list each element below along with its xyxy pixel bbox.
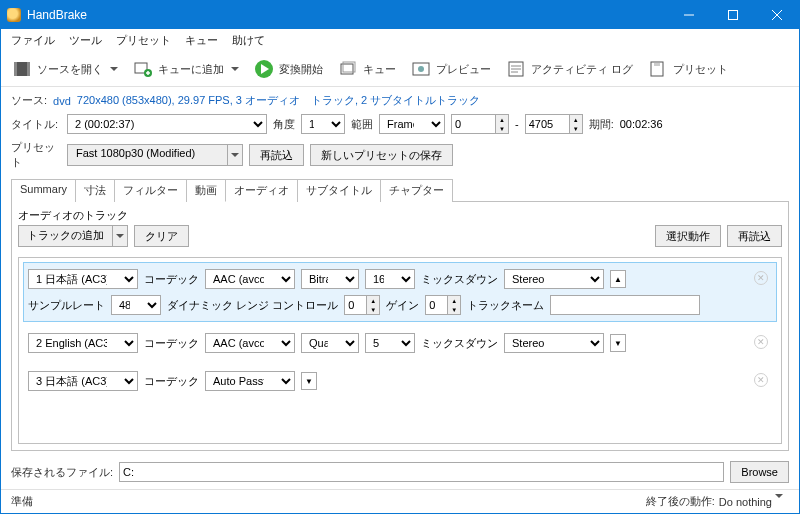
browse-button[interactable]: Browse: [730, 461, 789, 483]
track-samplerate-select[interactable]: 48: [111, 295, 161, 315]
menubar: ファイル ツール プリセット キュー 助けて: [1, 29, 799, 52]
preview-button[interactable]: プレビュー: [406, 56, 495, 82]
tab-summary[interactable]: Summary: [11, 179, 76, 202]
preset-picker[interactable]: Fast 1080p30 (Modified): [67, 144, 243, 166]
activity-log-button[interactable]: アクティビティ ログ: [501, 56, 637, 82]
queue-button[interactable]: キュー: [333, 56, 400, 82]
spin-down[interactable]: ▼: [570, 124, 582, 133]
track-drc-input[interactable]: ▲▼: [344, 295, 380, 315]
track-name-input[interactable]: [550, 295, 700, 315]
mixdown-label: ミックスダウン: [421, 336, 498, 351]
film-icon: [11, 58, 33, 80]
menu-presets[interactable]: プリセット: [110, 31, 177, 50]
track-codec-select[interactable]: AAC (avcodec): [205, 333, 295, 353]
track-row[interactable]: ✕ 1 日本語 (AC3) (2.0 ch コーデック AAC (avcodec…: [23, 262, 777, 322]
menu-file[interactable]: ファイル: [5, 31, 61, 50]
expand-icon[interactable]: ▼: [301, 372, 317, 390]
preset-icon: [647, 58, 669, 80]
when-done-dropdown[interactable]: Do nothing: [719, 496, 789, 508]
add-queue-button[interactable]: キューに追加: [128, 56, 243, 82]
remove-track-icon[interactable]: ✕: [754, 373, 768, 387]
add-queue-label: キューに追加: [158, 62, 224, 77]
track-mixdown-select[interactable]: Stereo: [504, 269, 604, 289]
track-quality-select[interactable]: 5: [365, 333, 415, 353]
remove-track-icon[interactable]: ✕: [754, 271, 768, 285]
title-label: タイトル:: [11, 117, 61, 132]
track-source-select[interactable]: 1 日本語 (AC3) (2.0 ch: [28, 269, 138, 289]
range-type-select[interactable]: Frames: [379, 114, 445, 134]
track-source-select[interactable]: 2 English (AC3) (2.0 c: [28, 333, 138, 353]
add-queue-icon: [132, 58, 154, 80]
spin-down[interactable]: ▼: [496, 124, 508, 133]
tabs: Summary 寸法 フィルター 動画 オーディオ サブタイトル チャプター: [11, 178, 789, 202]
preset-pane-button[interactable]: プリセット: [643, 56, 732, 82]
angle-select[interactable]: 1: [301, 114, 345, 134]
content: ソース: dvd 720x480 (853x480), 29.97 FPS, 3…: [1, 87, 799, 455]
start-encode-label: 変換開始: [279, 62, 323, 77]
titlebar: HandBrake: [1, 1, 799, 29]
spin-up[interactable]: ▲: [496, 115, 508, 124]
title-select[interactable]: 2 (00:02:37): [67, 114, 267, 134]
duration-value: 00:02:36: [620, 118, 663, 130]
track-list: ✕ 1 日本語 (AC3) (2.0 ch コーデック AAC (avcodec…: [18, 257, 782, 444]
activity-log-label: アクティビティ ログ: [531, 62, 633, 77]
menu-tools[interactable]: ツール: [63, 31, 108, 50]
app-icon: [7, 8, 21, 22]
preset-save-new-button[interactable]: 新しいプリセットの保存: [310, 144, 453, 166]
tab-subtitles[interactable]: サブタイトル: [297, 179, 381, 202]
close-button[interactable]: [755, 1, 799, 29]
track-codec-select[interactable]: AAC (avcodec): [205, 269, 295, 289]
audio-tracks-label: オーディオのトラック: [18, 208, 782, 223]
selection-behavior-button[interactable]: 選択動作: [655, 225, 721, 247]
tab-chapters[interactable]: チャプター: [380, 179, 453, 202]
open-source-button[interactable]: ソースを開く: [7, 56, 122, 82]
remove-track-icon[interactable]: ✕: [754, 335, 768, 349]
preview-label: プレビュー: [436, 62, 491, 77]
track-source-select[interactable]: 3 日本語 (AC3) (2.0 ch: [28, 371, 138, 391]
save-as-row: 保存されるファイル: Browse: [1, 455, 799, 489]
track-bitrate-select[interactable]: 160: [365, 269, 415, 289]
play-icon: [253, 58, 275, 80]
tab-filters[interactable]: フィルター: [114, 179, 187, 202]
start-encode-button[interactable]: 変換開始: [249, 56, 327, 82]
codec-label: コーデック: [144, 272, 199, 287]
track-mode-select[interactable]: Bitrate:: [301, 269, 359, 289]
codec-label: コーデック: [144, 336, 199, 351]
when-done-label: 終了後の動作:: [646, 494, 715, 509]
add-track-button[interactable]: トラックの追加: [18, 225, 128, 247]
add-track-dropdown[interactable]: [112, 225, 128, 247]
range-to-input[interactable]: ▲▼: [525, 114, 583, 134]
tab-video[interactable]: 動画: [186, 179, 226, 202]
menu-queue[interactable]: キュー: [179, 31, 224, 50]
gain-label: ゲイン: [386, 298, 419, 313]
source-info: 720x480 (853x480), 29.97 FPS, 3 オーディオ トラ…: [77, 93, 480, 108]
track-gain-input[interactable]: ▲▼: [425, 295, 461, 315]
source-row: ソース: dvd 720x480 (853x480), 29.97 FPS, 3…: [11, 93, 789, 108]
expand-icon[interactable]: ▼: [610, 334, 626, 352]
range-from-input[interactable]: ▲▼: [451, 114, 509, 134]
source-label: ソース:: [11, 93, 47, 108]
tab-audio[interactable]: オーディオ: [225, 179, 298, 202]
tab-dimensions[interactable]: 寸法: [75, 179, 115, 202]
track-row[interactable]: ✕ 3 日本語 (AC3) (2.0 ch コーデック Auto Passthr…: [23, 364, 777, 398]
track-codec-select[interactable]: Auto Passthru: [205, 371, 295, 391]
clear-tracks-button[interactable]: クリア: [134, 225, 189, 247]
maximize-button[interactable]: [711, 1, 755, 29]
reload-tracks-button[interactable]: 再読込: [727, 225, 782, 247]
drc-label: ダイナミック レンジ コントロール: [167, 298, 338, 313]
track-row[interactable]: ✕ 2 English (AC3) (2.0 c コーデック AAC (avco…: [23, 326, 777, 360]
statusbar: 準備 終了後の動作: Do nothing: [1, 489, 799, 513]
collapse-icon[interactable]: ▲: [610, 270, 626, 288]
preset-reload-button[interactable]: 再読込: [249, 144, 304, 166]
spin-up[interactable]: ▲: [570, 115, 582, 124]
minimize-button[interactable]: [667, 1, 711, 29]
duration-label: 期間:: [589, 117, 614, 132]
track-mode-select[interactable]: Quality:: [301, 333, 359, 353]
save-path-input[interactable]: [119, 462, 724, 482]
open-source-label: ソースを開く: [37, 62, 103, 77]
preset-dropdown-arrow[interactable]: [227, 144, 243, 166]
angle-label: 角度: [273, 117, 295, 132]
activity-icon: [505, 58, 527, 80]
track-mixdown-select[interactable]: Stereo: [504, 333, 604, 353]
menu-help[interactable]: 助けて: [226, 31, 271, 50]
